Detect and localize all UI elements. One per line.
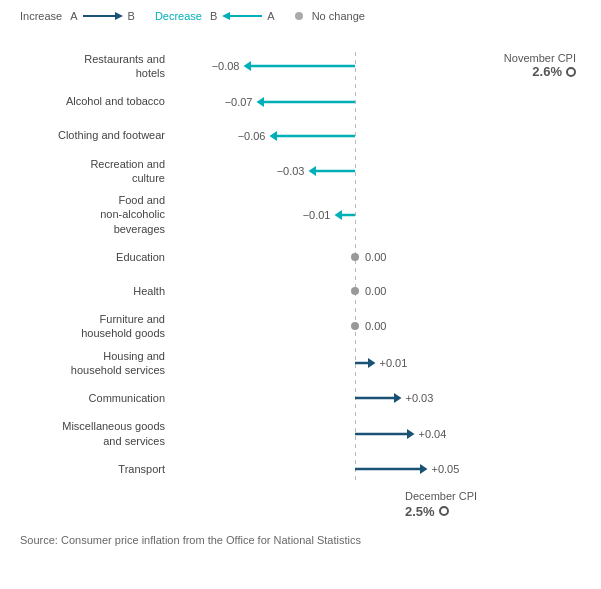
bar-svg: +0.03 [175,385,515,411]
table-row: Restaurants andhotels−0.08 [20,52,581,81]
table-row: Food andnon-alcoholicbeverages−0.01 [20,193,581,236]
chart-wrapper: Restaurants andhotels−0.08Alcohol and to… [20,52,581,482]
table-row: Housing andhousehold services+0.01 [20,349,581,378]
increase-b-label: B [128,10,135,22]
legend-decrease: Decrease B A [155,10,275,22]
row-label: Health [20,284,175,298]
table-row: Miscellaneous goodsand services+0.04 [20,419,581,448]
table-row: Furniture andhousehold goods0.00 [20,312,581,341]
svg-marker-1 [115,12,123,20]
increase-label: Increase [20,10,62,22]
bar-svg: −0.03 [175,158,515,184]
bar-svg: 0.00 [175,313,515,339]
svg-point-21 [351,287,359,295]
bar-area: −0.06 [175,123,581,149]
table-row: Education0.00 [20,244,581,270]
bar-area: 0.00 [175,313,581,339]
nochange-dot-icon [295,12,303,20]
decrease-label: Decrease [155,10,202,22]
svg-point-19 [351,253,359,261]
svg-marker-8 [257,97,265,107]
increase-arrow-icon [83,10,123,22]
row-label: Miscellaneous goodsand services [20,419,175,448]
source-text: Source: Consumer price inflation from th… [20,534,581,546]
svg-marker-17 [335,210,343,220]
svg-marker-26 [368,358,376,368]
table-row: Alcohol and tobacco−0.07 [20,89,581,115]
bar-area: 0.00 [175,278,581,304]
table-row: Recreation andculture−0.03 [20,157,581,186]
decrease-arrow-icon [222,10,262,22]
bar-area: +0.05 [175,456,581,482]
bar-area: 0.00 [175,244,581,270]
nochange-label: No change [312,10,365,22]
svg-marker-14 [309,166,317,176]
row-label: Food andnon-alcoholicbeverages [20,193,175,236]
chart-area: November CPI 2.6% Restaurants andhotels−… [20,52,581,519]
svg-marker-11 [270,131,278,141]
svg-text:−0.08: −0.08 [212,60,240,72]
bar-area: +0.03 [175,385,581,411]
decrease-b-label: B [210,10,217,22]
svg-text:0.00: 0.00 [365,285,386,297]
svg-text:+0.03: +0.03 [406,392,434,404]
chart-rows: Restaurants andhotels−0.08Alcohol and to… [20,52,581,482]
svg-marker-3 [222,12,230,20]
legend-nochange: No change [295,10,365,22]
row-label: Restaurants andhotels [20,52,175,81]
svg-marker-32 [407,429,415,439]
decrease-a-label: A [267,10,274,22]
svg-marker-5 [244,61,252,71]
row-label: Alcohol and tobacco [20,94,175,108]
row-label: Clothing and footwear [20,128,175,142]
bar-area: −0.08 [175,53,581,79]
legend: Increase A B Decrease B A No change [20,10,581,22]
increase-a-label: A [70,10,77,22]
bar-svg: +0.01 [175,350,515,376]
row-label: Housing andhousehold services [20,349,175,378]
svg-text:−0.01: −0.01 [303,209,331,221]
svg-text:+0.01: +0.01 [380,357,408,369]
bar-svg: −0.06 [175,123,515,149]
svg-point-23 [351,322,359,330]
bar-svg: 0.00 [175,278,515,304]
row-label: Communication [20,391,175,405]
svg-marker-29 [394,393,402,403]
row-label: Recreation andculture [20,157,175,186]
legend-increase: Increase A B [20,10,135,22]
dec-cpi-area: December CPI 2.5% [175,490,581,519]
bar-svg: +0.04 [175,421,515,447]
bar-svg: −0.08 [175,53,515,79]
bar-svg: −0.01 [175,202,515,228]
bar-svg: −0.07 [175,89,515,115]
row-label: Transport [20,462,175,476]
svg-text:−0.03: −0.03 [277,165,305,177]
svg-text:0.00: 0.00 [365,320,386,332]
svg-text:−0.06: −0.06 [238,130,266,142]
svg-text:0.00: 0.00 [365,251,386,263]
bar-svg: 0.00 [175,244,515,270]
bar-area: +0.04 [175,421,581,447]
row-label: Education [20,250,175,264]
table-row: Communication+0.03 [20,385,581,411]
bar-svg: +0.05 [175,456,515,482]
svg-marker-35 [420,464,428,474]
bar-area: −0.03 [175,158,581,184]
table-row: Clothing and footwear−0.06 [20,123,581,149]
dec-cpi-label: December CPI [405,490,477,502]
table-row: Health0.00 [20,278,581,304]
table-row: Transport+0.05 [20,456,581,482]
svg-text:−0.07: −0.07 [225,96,253,108]
svg-text:+0.04: +0.04 [419,428,447,440]
svg-text:+0.05: +0.05 [432,463,460,475]
dec-cpi-value: 2.5% [405,504,435,519]
bar-area: +0.01 [175,350,581,376]
bar-area: −0.07 [175,89,581,115]
row-label: Furniture andhousehold goods [20,312,175,341]
bar-area: −0.01 [175,202,581,228]
dec-cpi-circle [439,506,449,516]
